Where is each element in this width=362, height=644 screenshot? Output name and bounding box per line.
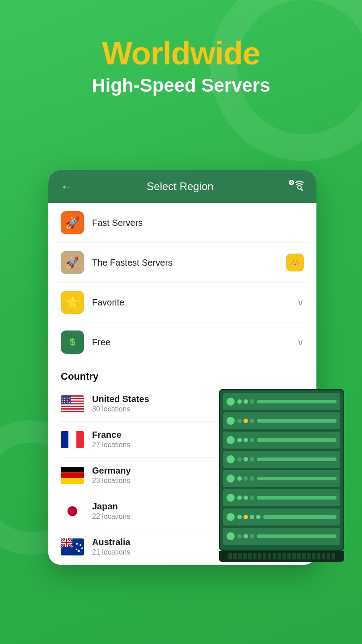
svg-point-38 — [76, 548, 77, 550]
fast-servers-icon: 🚀 — [61, 211, 84, 234]
svg-rect-10 — [61, 407, 84, 408]
svg-rect-9 — [61, 404, 84, 406]
wifi-x-icon — [288, 179, 304, 194]
rack-bar — [263, 515, 337, 519]
svg-rect-18 — [76, 431, 84, 448]
svg-rect-17 — [68, 431, 76, 448]
rack-circle — [227, 513, 235, 521]
rack-dots — [237, 534, 254, 538]
svg-point-37 — [81, 547, 83, 549]
rack-bar — [257, 419, 337, 423]
favorite-chevron-icon: ∨ — [297, 297, 304, 308]
rack-row-6 — [223, 489, 340, 506]
fastest-servers-label: The Fastest Servers — [92, 258, 286, 268]
rack-bar — [257, 534, 337, 538]
rack-row-4 — [223, 451, 340, 468]
svg-rect-20 — [61, 472, 84, 478]
rack-row-7 — [223, 508, 340, 525]
rack-base — [219, 551, 344, 562]
rack-row-3 — [223, 432, 340, 449]
rack-bar — [257, 438, 337, 442]
free-chevron-icon: ∨ — [297, 337, 304, 347]
rack-dots — [237, 515, 261, 519]
fastest-servers-icon: 🚀 — [61, 251, 84, 274]
menu-item-favorite[interactable]: ⭐ Favorite ∨ — [57, 283, 307, 322]
rack-circle — [227, 475, 235, 483]
flag-us: ★ ★ ★ ★ ★ ★ ★ ★ ★ ★ ★ — [61, 395, 84, 412]
rack-dots — [237, 476, 254, 481]
wifi-search-icon-area[interactable] — [288, 179, 304, 194]
card-header: ← Select Region — [48, 170, 316, 203]
free-icon: $ — [61, 330, 84, 354]
server-rack-illustration — [219, 389, 344, 562]
rack-bar — [257, 458, 337, 461]
svg-text:★ ★ ★ ★: ★ ★ ★ ★ — [61, 401, 71, 404]
rack-dots — [237, 457, 254, 462]
svg-rect-21 — [61, 478, 84, 484]
rack-row-5 — [223, 470, 340, 487]
rack-bar — [257, 496, 337, 500]
main-title-line2: High-Speed Servers — [0, 75, 362, 96]
card-title: Select Region — [147, 180, 213, 193]
svg-point-36 — [76, 543, 78, 545]
favorite-icon: ⭐ — [61, 291, 84, 314]
rack-circle — [227, 417, 235, 425]
rack-row-2 — [223, 412, 340, 429]
svg-line-4 — [301, 189, 303, 191]
svg-point-23 — [67, 506, 77, 516]
rack-body — [219, 389, 344, 551]
rack-circle — [227, 532, 235, 540]
main-title-line1: Worldwide — [0, 36, 362, 71]
menu-item-fast-servers[interactable]: 🚀 Fast Servers — [57, 203, 307, 243]
flag-fr — [61, 431, 84, 448]
rack-dots — [237, 438, 254, 442]
rack-dots — [237, 419, 254, 423]
rack-circle — [227, 436, 235, 444]
rack-row-8 — [223, 528, 340, 545]
back-button[interactable]: ← — [61, 180, 72, 194]
menu-item-free[interactable]: $ Free ∨ — [57, 322, 307, 362]
menu-item-fastest-servers[interactable]: 🚀 The Fastest Servers 👑 — [57, 243, 307, 283]
flag-de — [61, 467, 84, 484]
svg-rect-33 — [61, 542, 72, 543]
rack-bar — [257, 400, 337, 403]
rack-dots — [237, 399, 254, 404]
rack-circle — [227, 494, 235, 502]
rack-row-1 — [223, 393, 340, 410]
menu-list: 🚀 Fast Servers 🚀 The Fastest Servers 👑 ⭐… — [48, 203, 316, 362]
svg-point-34 — [78, 550, 80, 552]
favorite-label: Favorite — [92, 297, 297, 308]
rack-bar — [257, 477, 337, 480]
svg-point-35 — [80, 544, 81, 546]
crown-badge: 👑 — [286, 254, 304, 271]
rack-circle — [227, 398, 235, 406]
fast-servers-label: Fast Servers — [92, 218, 304, 228]
flag-au — [61, 538, 84, 555]
free-label: Free — [92, 337, 297, 347]
country-section-label: Country — [61, 371, 304, 382]
page-header: Worldwide High-Speed Servers — [0, 0, 362, 114]
svg-rect-19 — [61, 467, 84, 473]
flag-jp — [61, 503, 84, 520]
svg-rect-16 — [61, 431, 68, 448]
rack-dots — [237, 496, 254, 500]
svg-rect-11 — [61, 409, 84, 411]
rack-circle — [227, 455, 235, 463]
